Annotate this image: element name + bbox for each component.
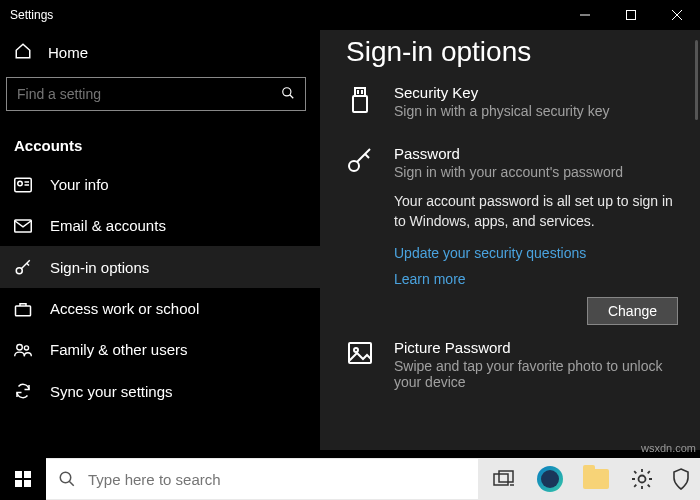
option-subtitle: Sign in with a physical security key	[394, 103, 678, 119]
svg-rect-26	[15, 471, 22, 478]
svg-point-16	[24, 345, 28, 349]
taskbar-icons	[478, 458, 700, 500]
nav-label: Email & accounts	[50, 217, 166, 234]
search-input[interactable]	[17, 86, 281, 102]
taskbar-app-generic[interactable]	[666, 458, 696, 500]
link-update-security-questions[interactable]: Update your security questions	[394, 245, 678, 261]
windows-icon	[15, 471, 31, 487]
content-area: Home Accounts Your info Email & accounts	[0, 30, 700, 450]
option-body: Password Sign in with your account's pas…	[394, 145, 678, 325]
main-panel: Sign-in options Security Key Sign in wit…	[320, 30, 700, 450]
option-title: Security Key	[394, 84, 678, 101]
nav-email-accounts[interactable]: Email & accounts	[0, 205, 320, 246]
minimize-button[interactable]	[562, 0, 608, 30]
svg-rect-17	[355, 88, 365, 96]
nav-label: Family & other users	[50, 341, 188, 358]
window-title: Settings	[10, 8, 53, 22]
mail-icon	[14, 219, 32, 233]
svg-rect-18	[353, 96, 367, 112]
svg-point-25	[354, 348, 358, 352]
option-body: Picture Password Swipe and tap your favo…	[394, 339, 678, 390]
svg-point-35	[639, 476, 646, 483]
picture-icon	[346, 339, 374, 390]
search-icon	[281, 86, 295, 103]
nav-sign-in-options[interactable]: Sign-in options	[0, 246, 320, 288]
home-label: Home	[48, 44, 88, 61]
option-title: Password	[394, 145, 678, 162]
search-container	[0, 77, 320, 127]
window-controls	[562, 0, 700, 30]
home-nav[interactable]: Home	[0, 32, 320, 77]
svg-rect-14	[16, 306, 31, 316]
svg-rect-1	[627, 11, 636, 20]
nav-access-work-school[interactable]: Access work or school	[0, 288, 320, 329]
link-learn-more[interactable]: Learn more	[394, 271, 678, 287]
option-password[interactable]: Password Sign in with your account's pas…	[346, 137, 678, 331]
nav-sync-settings[interactable]: Sync your settings	[0, 370, 320, 412]
taskbar-search[interactable]	[46, 459, 478, 499]
svg-point-30	[60, 472, 71, 483]
watermark: wsxdn.com	[641, 442, 696, 454]
nav-label: Access work or school	[50, 300, 199, 317]
taskbar-app-edge[interactable]	[528, 458, 572, 500]
svg-rect-33	[499, 471, 513, 482]
start-button[interactable]	[0, 458, 46, 500]
taskbar-app-explorer[interactable]	[574, 458, 618, 500]
svg-point-4	[283, 87, 291, 95]
svg-line-5	[290, 94, 294, 98]
svg-point-11	[16, 268, 22, 274]
svg-line-22	[357, 149, 370, 162]
task-view-button[interactable]	[482, 458, 526, 500]
gear-icon	[630, 467, 654, 491]
sidebar: Home Accounts Your info Email & accounts	[0, 30, 320, 450]
task-view-icon	[493, 470, 515, 488]
svg-line-13	[27, 263, 29, 265]
nav-your-info[interactable]: Your info	[0, 164, 320, 205]
option-security-key[interactable]: Security Key Sign in with a physical sec…	[346, 76, 678, 137]
nav-label: Sign-in options	[50, 259, 149, 276]
people-icon	[14, 342, 32, 358]
settings-search[interactable]	[6, 77, 306, 111]
key-icon	[346, 145, 374, 325]
taskbar-app-settings[interactable]	[620, 458, 664, 500]
search-icon	[58, 470, 76, 488]
svg-rect-28	[15, 480, 22, 487]
page-title: Sign-in options	[346, 36, 678, 68]
home-icon	[14, 42, 32, 63]
svg-rect-27	[24, 471, 31, 478]
svg-point-15	[17, 344, 23, 350]
option-subtitle: Swipe and tap your favorite photo to unl…	[394, 358, 678, 390]
option-picture-password[interactable]: Picture Password Swipe and tap your favo…	[346, 331, 678, 408]
svg-rect-32	[494, 474, 508, 485]
edge-icon	[537, 466, 563, 492]
nav-family-other-users[interactable]: Family & other users	[0, 329, 320, 370]
option-title: Picture Password	[394, 339, 678, 356]
taskbar	[0, 458, 700, 500]
option-description: Your account password is all set up to s…	[394, 192, 678, 231]
person-card-icon	[14, 177, 32, 193]
nav-label: Your info	[50, 176, 109, 193]
taskbar-search-input[interactable]	[88, 471, 466, 488]
folder-icon	[583, 469, 609, 489]
category-heading: Accounts	[0, 127, 320, 164]
close-button[interactable]	[654, 0, 700, 30]
svg-rect-29	[24, 480, 31, 487]
usb-key-icon	[346, 84, 374, 119]
svg-rect-24	[349, 343, 371, 363]
briefcase-icon	[14, 301, 32, 317]
nav-label: Sync your settings	[50, 383, 173, 400]
maximize-button[interactable]	[608, 0, 654, 30]
svg-point-7	[18, 181, 23, 186]
change-button[interactable]: Change	[587, 297, 678, 325]
svg-line-23	[365, 154, 369, 158]
option-body: Security Key Sign in with a physical sec…	[394, 84, 678, 119]
svg-line-31	[69, 481, 74, 486]
option-subtitle: Sign in with your account's password	[394, 164, 678, 180]
shield-icon	[672, 468, 690, 490]
sync-icon	[14, 382, 32, 400]
titlebar: Settings	[0, 0, 700, 30]
key-icon	[14, 258, 32, 276]
